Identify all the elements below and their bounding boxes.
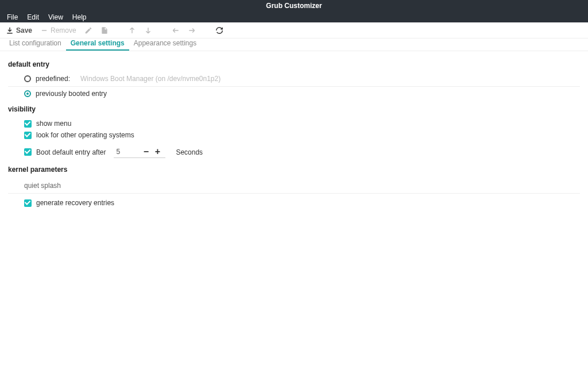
- reload-button[interactable]: [215, 26, 223, 34]
- move-down-button: [144, 26, 152, 34]
- menubar: File Edit View Help: [0, 11, 588, 22]
- pencil-icon: [84, 26, 92, 34]
- predefined-row: predefined: Windows Boot Manager (on /de…: [8, 73, 580, 87]
- previous-radio[interactable]: [24, 90, 31, 97]
- menu-file[interactable]: File: [2, 13, 22, 21]
- show-menu-label: show menu: [36, 120, 71, 128]
- recovery-label: generate recovery entries: [36, 199, 114, 207]
- minus-icon: [40, 26, 48, 34]
- predefined-combo[interactable]: Windows Boot Manager (on /dev/nvme0n1p2): [80, 75, 580, 83]
- back-button: [172, 26, 180, 34]
- section-default-entry-title: default entry: [8, 60, 580, 68]
- timeout-decrement[interactable]: −: [140, 146, 152, 157]
- forward-button: [188, 26, 196, 34]
- timeout-increment[interactable]: +: [152, 146, 163, 157]
- boot-after-checkbox[interactable]: [24, 148, 32, 156]
- toolbar: Save Remove: [0, 22, 588, 39]
- new-button: [100, 26, 109, 34]
- reload-icon: [215, 26, 223, 34]
- arrow-up-icon: [128, 26, 136, 34]
- boot-after-label: Boot default entry after: [36, 148, 106, 156]
- window-title: Grub Customizer: [0, 0, 588, 11]
- boot-after-row: Boot default entry after 5 − + Seconds: [8, 144, 580, 160]
- previous-row: previously booted entry: [8, 88, 580, 99]
- predefined-label: predefined:: [36, 75, 70, 83]
- look-other-row: look for other operating systems: [8, 129, 580, 141]
- new-file-icon: [100, 26, 109, 34]
- kernel-params-input[interactable]: quiet splash: [8, 178, 580, 194]
- section-kernel-title: kernel parameters: [8, 166, 580, 174]
- recovery-checkbox[interactable]: [24, 199, 32, 207]
- remove-button-label: Remove: [51, 26, 76, 34]
- tab-list-configuration[interactable]: List configuration: [5, 37, 66, 51]
- predefined-radio[interactable]: [24, 75, 31, 82]
- previous-label: previously booted entry: [36, 90, 107, 98]
- arrow-left-icon: [172, 26, 180, 34]
- arrow-right-icon: [188, 26, 196, 34]
- remove-button: Remove: [40, 26, 76, 34]
- timeout-value[interactable]: 5: [116, 148, 140, 156]
- seconds-label: Seconds: [176, 148, 203, 156]
- menu-edit[interactable]: Edit: [22, 13, 44, 21]
- menu-help[interactable]: Help: [68, 13, 91, 21]
- download-save-icon: [6, 26, 14, 34]
- edit-button: [84, 26, 92, 34]
- timeout-spinner[interactable]: 5 − +: [114, 146, 165, 158]
- tabs: List configuration General settings Appe…: [0, 39, 588, 51]
- arrow-down-icon: [144, 26, 152, 34]
- save-button-label: Save: [16, 26, 32, 34]
- menu-view[interactable]: View: [44, 13, 68, 21]
- show-menu-row: show menu: [8, 118, 580, 129]
- save-button[interactable]: Save: [6, 26, 32, 34]
- look-other-checkbox[interactable]: [24, 132, 32, 139]
- content-area: default entry predefined: Windows Boot M…: [0, 51, 588, 216]
- look-other-label: look for other operating systems: [36, 131, 134, 139]
- show-menu-checkbox[interactable]: [24, 120, 32, 128]
- tab-appearance-settings[interactable]: Appearance settings: [129, 37, 201, 51]
- tab-general-settings[interactable]: General settings: [66, 37, 129, 51]
- recovery-row: generate recovery entries: [8, 197, 580, 209]
- section-visibility-title: visibility: [8, 105, 580, 113]
- move-up-button: [128, 26, 136, 34]
